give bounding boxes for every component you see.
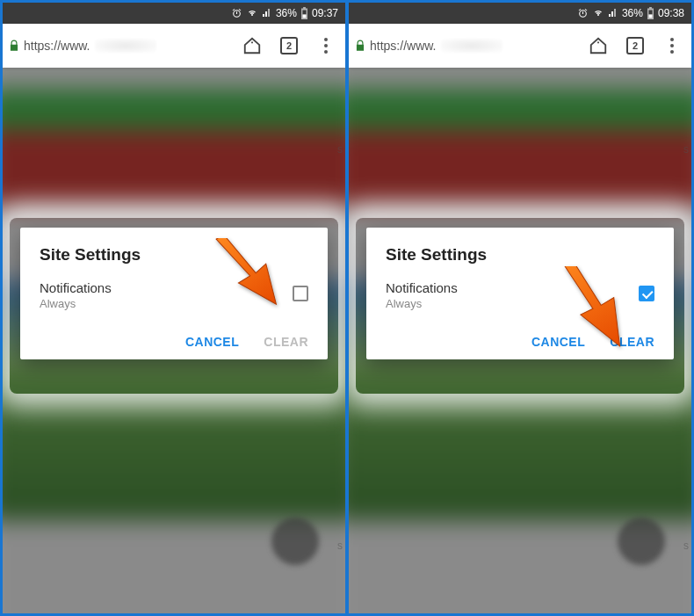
wifi-icon (592, 8, 604, 18)
cancel-button[interactable]: CANCEL (531, 335, 585, 349)
notifications-sub: Always (40, 297, 112, 310)
alarm-icon (231, 8, 242, 19)
fab-shadow (271, 518, 319, 565)
status-bar: 36% 09:37 (3, 3, 345, 24)
url-redacted (441, 39, 502, 53)
notifications-checkbox[interactable] (293, 286, 308, 301)
dialog-actions: CANCEL CLEAR (40, 335, 308, 349)
tabs-count: 2 (633, 40, 638, 51)
alarm-icon (577, 8, 589, 19)
more-menu-icon[interactable] (312, 32, 340, 60)
home-icon[interactable] (238, 32, 266, 60)
url-prefix: https://www. (370, 39, 436, 53)
battery-icon (300, 7, 308, 19)
fab-shadow (618, 518, 665, 565)
notifications-row[interactable]: Notifications Always (40, 280, 308, 310)
clear-button[interactable]: CLEAR (610, 335, 654, 349)
tabs-icon[interactable]: 2 (275, 32, 303, 60)
clock-time: 09:38 (658, 7, 684, 19)
phone-right: s s 36% 09:38 https://www. 2 (349, 3, 691, 613)
url-display[interactable]: https://www. (354, 39, 575, 53)
dialog-title: Site Settings (386, 245, 654, 265)
clock-time: 09:37 (312, 7, 338, 19)
url-redacted (95, 39, 156, 53)
more-menu-icon[interactable] (658, 32, 686, 60)
tabs-count: 2 (286, 40, 292, 51)
wifi-icon (246, 8, 258, 18)
url-bar: https://www. 2 (349, 24, 691, 68)
dialog-title: Site Settings (40, 245, 308, 265)
url-prefix: https://www. (24, 39, 90, 53)
clear-button: CLEAR (264, 335, 308, 349)
phone-left: s s 36% 09:37 https://www. 2 (3, 3, 345, 613)
decor-s: s (683, 143, 689, 156)
site-settings-dialog: Site Settings Notifications Always CANCE… (366, 228, 674, 359)
url-bar: https://www. 2 (3, 24, 345, 68)
cancel-button[interactable]: CANCEL (185, 335, 239, 349)
signal-icon (608, 8, 618, 18)
decor-s: s (337, 143, 343, 156)
decor-s: s (683, 540, 689, 552)
battery-icon (647, 7, 654, 19)
notifications-row[interactable]: Notifications Always (386, 280, 654, 310)
lock-icon (354, 39, 366, 53)
notifications-sub: Always (386, 297, 458, 310)
notifications-label: Notifications (386, 280, 458, 295)
url-display[interactable]: https://www. (8, 39, 229, 53)
site-settings-dialog: Site Settings Notifications Always CANCE… (20, 228, 328, 359)
notifications-label: Notifications (40, 280, 112, 295)
home-icon[interactable] (584, 32, 612, 60)
lock-icon (8, 39, 20, 53)
notifications-checkbox[interactable] (639, 286, 654, 301)
battery-pct: 36% (622, 7, 643, 19)
status-bar: 36% 09:38 (349, 3, 691, 24)
battery-pct: 36% (276, 7, 297, 19)
dialog-actions: CANCEL CLEAR (386, 335, 654, 349)
signal-icon (262, 8, 272, 18)
tabs-icon[interactable]: 2 (621, 32, 649, 60)
decor-s: s (337, 540, 343, 552)
